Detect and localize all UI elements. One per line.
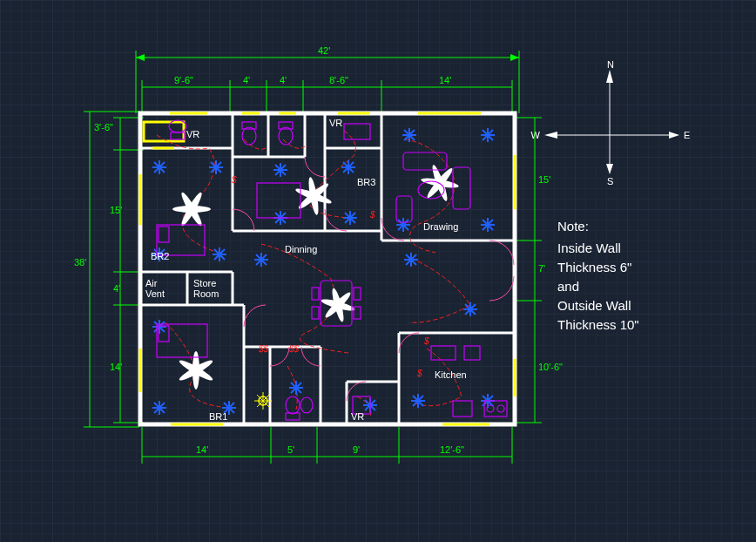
room-drawing: Drawing — [423, 221, 458, 232]
dim-left-overall: 38' — [74, 112, 139, 427]
svg-rect-196 — [453, 401, 472, 417]
svg-marker-3 — [606, 164, 613, 174]
svg-text:$$: $$ — [288, 344, 300, 354]
svg-rect-180 — [403, 152, 447, 170]
svg-rect-185 — [312, 288, 319, 300]
svg-marker-2 — [606, 70, 613, 83]
note-l5: Thickness 10" — [557, 317, 639, 332]
svg-rect-171 — [159, 227, 169, 242]
svg-marker-10 — [510, 54, 519, 61]
room-airvent-2: Vent — [145, 288, 165, 299]
dim-right-c: 10'-6" — [538, 362, 563, 372]
dim-top-segments: 9'-6" 4' 4' 8'-6" 14' — [142, 75, 512, 113]
svg-rect-175 — [242, 122, 256, 129]
dim-top-3: 4' — [280, 75, 287, 85]
room-airvent-1: Air — [145, 278, 158, 288]
dim-left-inner: 3'-6" 15' 4' 14' — [94, 118, 144, 423]
svg-rect-189 — [157, 324, 207, 357]
svg-point-195 — [497, 405, 504, 412]
note-l1: Inside Wall — [557, 241, 621, 255]
dim-top-5: 14' — [439, 75, 451, 85]
svg-rect-181 — [453, 167, 470, 209]
dim-top-2: 4' — [243, 75, 250, 85]
svg-rect-187 — [354, 288, 361, 300]
svg-marker-5 — [669, 132, 679, 139]
svg-marker-4 — [544, 132, 557, 139]
svg-point-174 — [242, 127, 256, 145]
room-vr3: VR — [351, 411, 364, 422]
dim-right: 15' 7' 10'-6" — [514, 118, 563, 423]
dim-top-overall: 42' — [136, 45, 519, 113]
svg-rect-179 — [344, 124, 370, 139]
room-br2: BR2 — [151, 251, 169, 261]
svg-point-194 — [487, 405, 494, 412]
note-l4: Outside Wall — [557, 298, 631, 313]
dim-left-a: 3'-6" — [94, 122, 113, 132]
ceiling-fans — [172, 164, 459, 390]
room-vr1: VR — [186, 129, 199, 139]
dim-left-total: 38' — [74, 257, 86, 268]
compass-s: S — [607, 176, 613, 186]
svg-rect-186 — [312, 307, 319, 319]
note-heading: Note: — [557, 219, 589, 234]
dim-top-4: 8'-6" — [329, 75, 348, 85]
room-kitchen: Kitchen — [435, 369, 467, 380]
svg-rect-188 — [354, 307, 361, 319]
svg-rect-192 — [464, 346, 480, 360]
svg-text:$: $ — [369, 210, 375, 220]
svg-marker-9 — [136, 54, 145, 61]
room-br1: BR1 — [209, 411, 227, 422]
compass-e: E — [684, 130, 690, 140]
svg-point-197 — [286, 396, 300, 414]
svg-text:$: $ — [231, 175, 237, 185]
note-l3: and — [557, 279, 579, 294]
dim-top-total: 42' — [318, 45, 330, 56]
dim-bot-4: 12'-6" — [440, 444, 464, 455]
room-store-2: Room — [193, 288, 219, 299]
compass-n: N — [607, 59, 614, 70]
dim-left-b: 15' — [110, 205, 122, 215]
svg-rect-177 — [279, 122, 293, 129]
svg-text:$: $ — [416, 369, 422, 378]
svg-rect-50 — [144, 122, 184, 141]
room-br3: BR3 — [357, 177, 375, 187]
note-block: Note: Inside Wall Thickness 6" and Outsi… — [557, 219, 639, 332]
dim-left-c: 4' — [113, 283, 120, 294]
svg-text:$: $ — [423, 336, 429, 346]
room-store-1: Store — [193, 278, 216, 288]
floorplan-canvas: N S W E Note: Inside Wall Thickness 6" a… — [0, 0, 756, 542]
door-arcs — [233, 157, 514, 401]
note-l2: Thickness 6" — [557, 260, 631, 274]
dim-right-a: 15' — [538, 174, 550, 185]
dim-bot-3: 9' — [353, 444, 360, 455]
svg-rect-178 — [257, 183, 300, 218]
svg-rect-191 — [431, 346, 456, 360]
compass-w: W — [531, 130, 541, 140]
dim-left-d: 14' — [110, 362, 122, 372]
svg-point-199 — [300, 397, 313, 413]
room-dinning: Dinning — [285, 244, 317, 254]
dim-bot-1: 14' — [196, 444, 208, 455]
dim-top-1: 9'-6" — [174, 75, 193, 85]
dim-bottom: 14' 5' 9' 12'-6" — [142, 427, 512, 464]
dim-bot-2: 5' — [287, 444, 294, 455]
svg-text:$$: $$ — [258, 344, 269, 354]
compass-rose: N S W E — [531, 59, 691, 186]
room-vr2: VR — [329, 118, 342, 128]
dim-right-b: 7' — [538, 263, 545, 274]
